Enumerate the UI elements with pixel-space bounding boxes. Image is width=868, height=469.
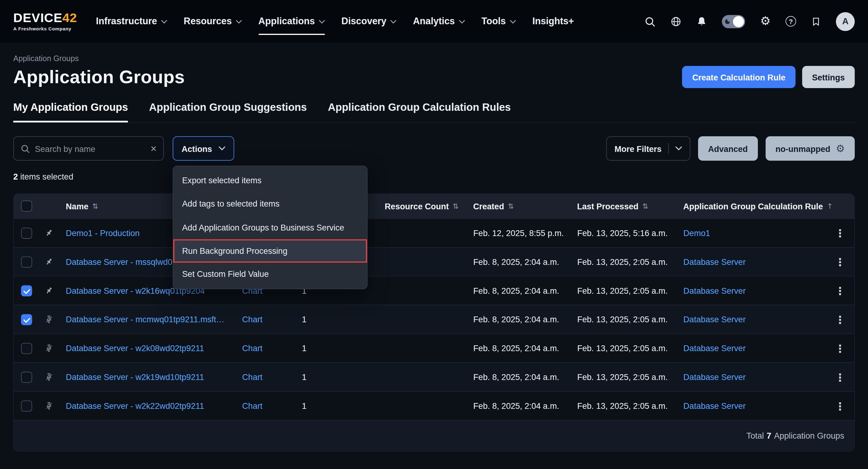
toggle-knob xyxy=(733,16,744,27)
group-name-link[interactable]: Demo1 - Production xyxy=(66,228,140,238)
chevron-down-icon xyxy=(510,20,516,24)
calculation-rule-link[interactable]: Database Server xyxy=(683,257,746,266)
group-name-link[interactable]: Database Server - w2k22wd02tp9211 xyxy=(66,401,204,411)
tab-application-group-suggestions[interactable]: Application Group Suggestions xyxy=(149,101,307,122)
nav-infrastructure[interactable]: Infrastructure xyxy=(96,0,167,43)
header-label: Resource Count xyxy=(384,201,449,211)
calculation-rule-link[interactable]: Database Server xyxy=(683,315,746,324)
table-row[interactable]: Database Server - w2k19wd10tp9211 Chart … xyxy=(14,362,854,391)
sort-icon[interactable]: ⇅ xyxy=(642,202,648,210)
table-row[interactable]: Database Server - w2k08wd02tp9211 Chart … xyxy=(14,334,854,362)
breadcrumb: Application Groups xyxy=(13,54,855,63)
pin-icon[interactable] xyxy=(45,229,53,237)
create-calculation-rule-button[interactable]: Create Calculation Rule xyxy=(682,66,795,88)
kebab-menu-icon[interactable]: ⋮ xyxy=(835,400,845,412)
advanced-button[interactable]: Advanced xyxy=(698,136,757,160)
bell-icon[interactable] xyxy=(696,16,707,26)
column-header-last-processed[interactable]: Last Processed⇅ xyxy=(570,201,677,211)
saved-view-button[interactable]: no-unmapped ⚙ xyxy=(766,136,855,160)
device42-logo[interactable]: DEVICE42 A Freshworks Company xyxy=(13,11,77,31)
bookmark-icon[interactable] xyxy=(811,16,821,26)
chart-link[interactable]: Chart xyxy=(242,372,262,382)
table-row[interactable]: Database Server - w2k22wd02tp9211 Chart … xyxy=(14,391,854,420)
group-name-link[interactable]: Database Server - w2k19wd10tp9211 xyxy=(66,372,204,382)
group-name-link[interactable]: Database Server - mcmwq01tp9211.msft… xyxy=(66,315,224,324)
help-icon[interactable]: ? xyxy=(785,16,796,26)
table-row[interactable]: Database Server - mssqlwd0 Feb. 8, 2025,… xyxy=(14,247,854,276)
menu-item-add-to-business-service[interactable]: Add Application Groups to Business Servi… xyxy=(173,216,367,239)
created-value: Feb. 8, 2025, 2:04 a.m. xyxy=(466,401,570,411)
row-checkbox[interactable] xyxy=(21,343,32,354)
menu-item-set-custom-field-value[interactable]: Set Custom Field Value xyxy=(173,263,367,286)
nav-analytics[interactable]: Analytics xyxy=(413,0,465,43)
calculation-rule-link[interactable]: Database Server xyxy=(683,401,746,411)
kebab-menu-icon[interactable]: ⋮ xyxy=(835,256,845,268)
row-checkbox[interactable] xyxy=(21,400,32,411)
column-header-resource-count[interactable]: Resource Count⇅ xyxy=(378,201,466,211)
nav-applications[interactable]: Applications xyxy=(258,0,325,43)
actions-dropdown-button[interactable]: Actions xyxy=(173,136,234,160)
more-filters-button[interactable]: More Filters xyxy=(606,136,690,160)
group-name-link[interactable]: Database Server - w2k08wd02tp9211 xyxy=(66,344,204,353)
row-checkbox[interactable] xyxy=(21,285,32,296)
pin-icon[interactable] xyxy=(45,286,53,295)
kebab-menu-icon[interactable]: ⋮ xyxy=(835,313,845,326)
unpin-icon[interactable] xyxy=(45,315,53,323)
search-by-name-box[interactable]: × xyxy=(13,136,164,160)
chart-link[interactable]: Chart xyxy=(242,344,262,353)
gear-icon[interactable]: ⚙ xyxy=(760,16,771,27)
nav-tools[interactable]: Tools xyxy=(482,0,516,43)
chart-link[interactable]: Chart xyxy=(242,315,262,324)
last-processed-value: Feb. 13, 2025, 2:05 a.m. xyxy=(570,344,677,353)
sort-icon[interactable]: ⇅ xyxy=(453,202,459,210)
globe-icon[interactable] xyxy=(671,16,682,27)
menu-item-add-tags[interactable]: Add tags to selected items xyxy=(173,193,367,216)
calculation-rule-link[interactable]: Database Server xyxy=(683,286,746,295)
unpin-icon[interactable] xyxy=(45,373,53,381)
row-checkbox[interactable] xyxy=(21,228,32,238)
tab-my-application-groups[interactable]: My Application Groups xyxy=(13,101,128,122)
chart-link[interactable]: Chart xyxy=(242,401,262,411)
theme-toggle[interactable] xyxy=(722,15,745,28)
kebab-menu-icon[interactable]: ⋮ xyxy=(835,227,845,239)
kebab-menu-icon[interactable]: ⋮ xyxy=(835,342,845,354)
menu-item-run-background-processing[interactable]: Run Background Processing xyxy=(173,239,367,262)
application-groups-table: Name⇅ Resource Count⇅ Created⇅ Last Proc… xyxy=(13,194,855,451)
nav-discovery[interactable]: Discovery xyxy=(341,0,396,43)
menu-item-export-selected-items[interactable]: Export selected items xyxy=(173,169,367,192)
unpin-icon[interactable] xyxy=(45,402,53,410)
nav-insights[interactable]: Insights+ xyxy=(532,0,574,43)
pin-icon[interactable] xyxy=(45,258,53,266)
column-header-calculation-rule[interactable]: Application Group Calculation Rule↑ xyxy=(677,201,826,211)
sort-icon[interactable]: ⇅ xyxy=(508,202,514,210)
sort-icon[interactable]: ⇅ xyxy=(92,202,98,210)
header-label: Created xyxy=(473,201,504,211)
chevron-down-icon xyxy=(319,20,325,24)
select-all-checkbox[interactable] xyxy=(21,200,32,211)
page-title: Application Groups xyxy=(13,67,185,88)
unpin-icon[interactable] xyxy=(45,344,53,352)
table-row[interactable]: Database Server - mcmwq01tp9211.msft… Ch… xyxy=(14,305,854,334)
calculation-rule-link[interactable]: Demo1 xyxy=(683,228,710,238)
row-checkbox[interactable] xyxy=(21,256,32,267)
row-checkbox[interactable] xyxy=(21,372,32,382)
table-row[interactable]: Database Server - w2k16wq01tp9204 Chart … xyxy=(14,276,854,305)
table-row[interactable]: Demo1 - Production Feb. 12, 2025, 8:55 p… xyxy=(14,218,854,247)
calculation-rule-link[interactable]: Database Server xyxy=(683,372,746,382)
clear-search-icon[interactable]: × xyxy=(151,143,157,154)
chevron-down-icon xyxy=(390,20,396,24)
user-avatar[interactable]: A xyxy=(836,12,855,31)
nav-resources[interactable]: Resources xyxy=(184,0,242,43)
sort-asc-icon[interactable]: ↑ xyxy=(827,202,833,210)
search-input[interactable] xyxy=(35,144,146,153)
settings-button[interactable]: Settings xyxy=(802,66,855,88)
column-header-created[interactable]: Created⇅ xyxy=(466,201,570,211)
calculation-rule-link[interactable]: Database Server xyxy=(683,344,746,353)
row-checkbox[interactable] xyxy=(21,314,32,325)
kebab-menu-icon[interactable]: ⋮ xyxy=(835,371,845,383)
group-name-link[interactable]: Database Server - mssqlwd0 xyxy=(66,257,173,266)
tab-application-group-calculation-rules[interactable]: Application Group Calculation Rules xyxy=(328,101,511,122)
kebab-menu-icon[interactable]: ⋮ xyxy=(835,285,845,297)
nav-label: Resources xyxy=(184,16,232,27)
search-icon[interactable] xyxy=(644,16,655,27)
